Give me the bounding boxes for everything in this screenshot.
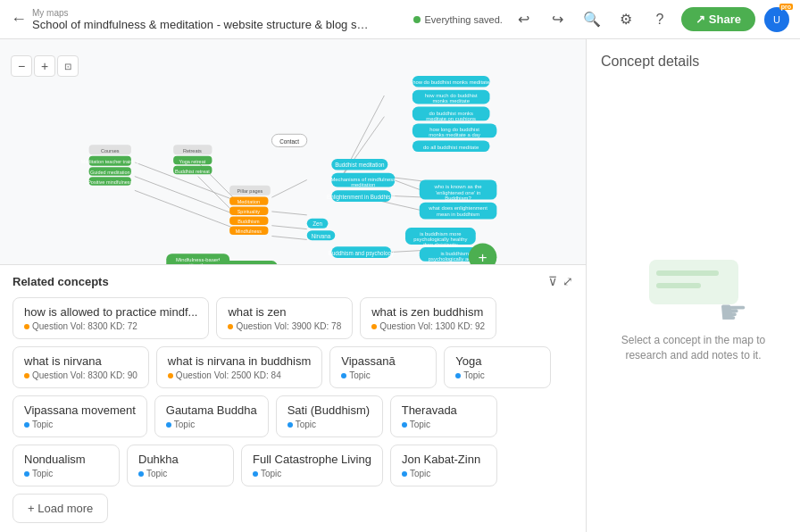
concept-name-8: Gautama Buddha bbox=[166, 403, 257, 417]
page-title: School of mindfulness & meditation - web… bbox=[32, 18, 371, 31]
concept-meta-12: Topic bbox=[138, 469, 222, 478]
concept-name-13: Full Catastrophe Living bbox=[253, 453, 371, 466]
map-area: Contact Courses Meditation teacher train… bbox=[0, 39, 586, 532]
concept-card-8[interactable]: Gautama Buddha Topic bbox=[154, 395, 269, 437]
load-more-button[interactable]: + Load more bbox=[12, 494, 108, 523]
avatar[interactable]: U pro bbox=[764, 7, 789, 32]
concept-name-9: Sati (Buddhism) bbox=[288, 403, 371, 417]
meta-dot-11 bbox=[24, 471, 29, 477]
fit-button[interactable]: ⊡ bbox=[57, 55, 79, 77]
status-label: Everything saved. bbox=[424, 14, 502, 25]
back-button[interactable]: ← bbox=[11, 10, 27, 29]
mymaps-label: My maps bbox=[32, 8, 371, 18]
meta-dot-2 bbox=[371, 324, 377, 329]
concept-details-panel: Concept details ☛ Select a concept in th… bbox=[586, 39, 800, 532]
concept-card-2[interactable]: what is zen buddhism Question Vol: 1300 … bbox=[360, 297, 496, 339]
help-button[interactable]: ? bbox=[647, 7, 672, 32]
meta-dot-12 bbox=[138, 471, 144, 477]
map-canvas[interactable]: Contact Courses Meditation teacher train… bbox=[0, 39, 586, 264]
concept-card-6[interactable]: Yoga Topic bbox=[444, 346, 551, 388]
zoom-controls: − + ⊡ bbox=[11, 55, 79, 77]
zoom-out-button[interactable]: − bbox=[11, 55, 32, 77]
svg-text:monks meditate a day: monks meditate a day bbox=[429, 132, 480, 137]
status-dot bbox=[413, 16, 421, 23]
share-button[interactable]: ↗ Share bbox=[681, 7, 755, 31]
undo-button[interactable]: ↩ bbox=[512, 7, 537, 32]
svg-text:Meditation teacher training: Meditation teacher training bbox=[81, 159, 139, 164]
search-button[interactable]: 🔍 bbox=[579, 7, 604, 32]
svg-text:how long do buddhist: how long do buddhist bbox=[429, 127, 479, 132]
svg-text:Buddhist meditation: Buddhist meditation bbox=[335, 162, 385, 168]
redo-button[interactable]: ↪ bbox=[546, 7, 571, 32]
svg-text:Nirvana: Nirvana bbox=[312, 233, 331, 239]
concept-card-0[interactable]: how is allowed to practice mindf... Ques… bbox=[12, 297, 209, 339]
concept-card-10[interactable]: Theravada Topic bbox=[390, 395, 497, 437]
concept-meta-6: Topic bbox=[455, 370, 539, 380]
concept-meta-8: Topic bbox=[166, 420, 257, 429]
concept-name-2: what is zen buddhism bbox=[371, 305, 485, 319]
concept-card-12[interactable]: Duhkha Topic bbox=[127, 445, 234, 486]
svg-text:do buddhist monks: do buddhist monks bbox=[429, 111, 473, 116]
svg-line-7 bbox=[271, 226, 306, 229]
details-hint: Select a concept in the map to research … bbox=[601, 333, 786, 363]
meta-dot-13 bbox=[253, 471, 258, 477]
svg-text:Retreats: Retreats bbox=[183, 148, 202, 154]
main-area: Contact Courses Meditation teacher train… bbox=[0, 39, 800, 532]
svg-text:Spirituality: Spirituality bbox=[238, 209, 261, 214]
related-actions: ⊽ ⤢ bbox=[548, 274, 573, 288]
meta-dot-8 bbox=[166, 422, 171, 428]
concept-card-3[interactable]: what is nirvana Question Vol: 8300 KD: 9… bbox=[12, 346, 149, 388]
concept-name-1: what is zen bbox=[228, 305, 341, 319]
svg-text:Mechanisms of mindfulness: Mechanisms of mindfulness bbox=[330, 177, 396, 182]
concept-name-4: what is nirvana in buddhism bbox=[168, 354, 311, 368]
load-more-label: + Load more bbox=[28, 502, 93, 515]
svg-line-6 bbox=[271, 212, 306, 215]
svg-text:what does enlightenment: what does enlightenment bbox=[428, 205, 488, 211]
svg-text:monks meditate: monks meditate bbox=[432, 98, 470, 104]
svg-text:cognitive therapy: cognitive therapy bbox=[178, 262, 218, 264]
svg-text:do all buddhist meditate: do all buddhist meditate bbox=[423, 145, 479, 150]
zoom-in-button[interactable]: + bbox=[34, 55, 55, 77]
meta-dot-4 bbox=[168, 373, 173, 378]
placeholder-line-2 bbox=[656, 283, 701, 288]
svg-text:who is known as the: who is known as the bbox=[434, 184, 483, 189]
concept-name-11: Nondualism bbox=[24, 453, 108, 466]
svg-text:Zen: Zen bbox=[312, 220, 322, 227]
share-icon: ↗ bbox=[696, 12, 705, 26]
concept-card-5[interactable]: Vipassanā Topic bbox=[329, 346, 437, 388]
meta-dot-0 bbox=[24, 324, 29, 329]
related-header: Related concepts ⊽ ⤢ bbox=[12, 274, 573, 288]
concept-name-0: how is allowed to practice mindf... bbox=[24, 305, 197, 319]
concept-name-7: Vipassana movement bbox=[24, 403, 136, 417]
concept-name-6: Yoga bbox=[455, 354, 539, 368]
svg-text:Pillar pages: Pillar pages bbox=[238, 188, 263, 194]
expand-button[interactable]: ⤢ bbox=[562, 274, 573, 288]
svg-text:Mindfulness-based stress: Mindfulness-based stress bbox=[216, 263, 276, 264]
svg-text:Mindfulness: Mindfulness bbox=[236, 229, 262, 234]
settings-button[interactable]: ⚙ bbox=[613, 7, 638, 32]
concept-card-7[interactable]: Vipassana movement Topic bbox=[12, 395, 147, 437]
svg-text:how do buddhist monks meditate: how do buddhist monks meditate bbox=[412, 79, 490, 85]
svg-line-8 bbox=[271, 237, 306, 240]
concept-card-11[interactable]: Nondualism Topic bbox=[12, 445, 120, 486]
concept-meta-7: Topic bbox=[24, 420, 136, 429]
concept-card-4[interactable]: what is nirvana in buddhism Question Vol… bbox=[156, 346, 322, 388]
concept-card-13[interactable]: Full Catastrophe Living Topic bbox=[241, 445, 383, 486]
meta-dot-7 bbox=[24, 422, 29, 428]
concept-card-9[interactable]: Sati (Buddhism) Topic bbox=[276, 395, 383, 437]
cursor-icon: ☛ bbox=[719, 294, 747, 331]
svg-line-2 bbox=[135, 190, 237, 229]
meta-dot-14 bbox=[402, 471, 407, 477]
svg-text:Buddhism and psychology: Buddhism and psychology bbox=[329, 250, 395, 257]
svg-text:Contact: Contact bbox=[279, 138, 299, 145]
concept-name-10: Theravada bbox=[402, 403, 486, 417]
concept-name-14: Jon Kabat-Zinn bbox=[402, 453, 486, 466]
svg-text:than christianity: than christianity bbox=[423, 242, 457, 247]
svg-text:psychologically healthy: psychologically healthy bbox=[413, 237, 467, 242]
concept-card-14[interactable]: Jon Kabat-Zinn Topic bbox=[390, 445, 497, 486]
filter-button[interactable]: ⊽ bbox=[548, 274, 557, 288]
meta-dot-3 bbox=[24, 373, 29, 378]
svg-text:Yoga retreat: Yoga retreat bbox=[179, 159, 206, 164]
concept-meta-0: Question Vol: 8300 KD: 72 bbox=[24, 321, 197, 331]
concept-card-1[interactable]: what is zen Question Vol: 3900 KD: 78 bbox=[216, 297, 353, 339]
